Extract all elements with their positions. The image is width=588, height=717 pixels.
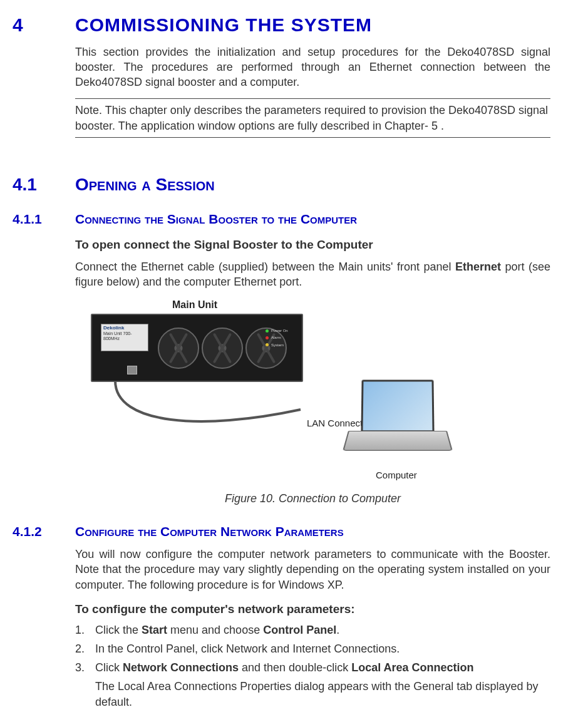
cable-icon	[114, 381, 302, 456]
ethernet-port-icon	[127, 366, 137, 374]
config-intro: You will now configure the computer netw…	[75, 547, 550, 592]
fan-icon	[158, 328, 199, 369]
text: Click the	[95, 624, 142, 636]
task-heading: To open connect the Signal Booster to th…	[75, 237, 550, 253]
text: Click	[95, 661, 123, 674]
brand-text: Dekolink	[103, 326, 146, 331]
section-number: 4.1	[13, 173, 75, 197]
main-unit-label: Main Unit	[172, 298, 217, 312]
step-number: 1.	[75, 622, 95, 637]
step-number: 2.	[75, 641, 95, 656]
text: Connect the Ethernet cable (supplied) be…	[75, 260, 455, 273]
task-heading: To configure the computer's network para…	[75, 601, 550, 617]
list-item: 2. In the Control Panel, click Network a…	[75, 641, 550, 656]
computer-label: Computer	[376, 469, 417, 482]
text: and then double-click	[239, 661, 351, 674]
subsection-title: Connecting the Signal Booster to the Com…	[75, 210, 550, 228]
start-bold: Start	[142, 624, 167, 636]
led-panel: Power On Alarm System	[266, 326, 293, 349]
device-panel: Dekolink Main Unit 700-800MHz	[101, 324, 148, 351]
step-followup: The Local Area Connections Properties di…	[95, 679, 550, 709]
local-area-connection-bold: Local Area Connection	[351, 661, 473, 674]
step-text: In the Control Panel, click Network and …	[95, 641, 550, 656]
subsection-title: Configure the Computer Network Parameter…	[75, 523, 550, 540]
step-number: 3.	[75, 660, 95, 675]
fan-icon	[202, 328, 243, 369]
chapter-title: COMMISSIONING THE SYSTEM	[75, 13, 550, 38]
note-box: Note. This chapter only describes the pa…	[75, 98, 550, 138]
led-icon	[266, 336, 269, 339]
section-title: Opening a Session	[75, 173, 550, 197]
led-label: Power On	[271, 328, 288, 333]
subsection-number: 4.1.1	[13, 210, 75, 228]
list-item: 3. Click Network Connections and then do…	[75, 660, 550, 709]
network-connections-bold: Network Connections	[123, 661, 239, 674]
main-unit-device-icon: Dekolink Main Unit 700-800MHz Power On A…	[91, 314, 303, 382]
step-list: 1. Click the Start menu and choose Contr…	[75, 622, 550, 709]
figure-caption: Figure 10. Connection to Computer	[75, 491, 550, 506]
text: .	[336, 624, 339, 636]
connect-paragraph: Connect the Ethernet cable (supplied) be…	[75, 259, 550, 290]
figure: Main Unit Dekolink Main Unit 700-800MHz …	[75, 298, 550, 486]
computer-icon	[344, 379, 451, 462]
list-item: 1. Click the Start menu and choose Contr…	[75, 622, 550, 637]
led-icon	[266, 343, 269, 346]
chapter-number: 4	[13, 13, 75, 38]
intro-paragraph: This section provides the initialization…	[75, 44, 550, 90]
control-panel-bold: Control Panel	[263, 624, 336, 636]
led-icon	[266, 329, 269, 333]
led-label: System	[271, 343, 284, 348]
ethernet-bold: Ethernet	[455, 260, 501, 273]
led-label: Alarm	[271, 335, 281, 340]
model-text: Main Unit 700-800MHz	[103, 331, 146, 341]
text: menu and choose	[167, 624, 263, 636]
subsection-number: 4.1.2	[13, 523, 75, 540]
